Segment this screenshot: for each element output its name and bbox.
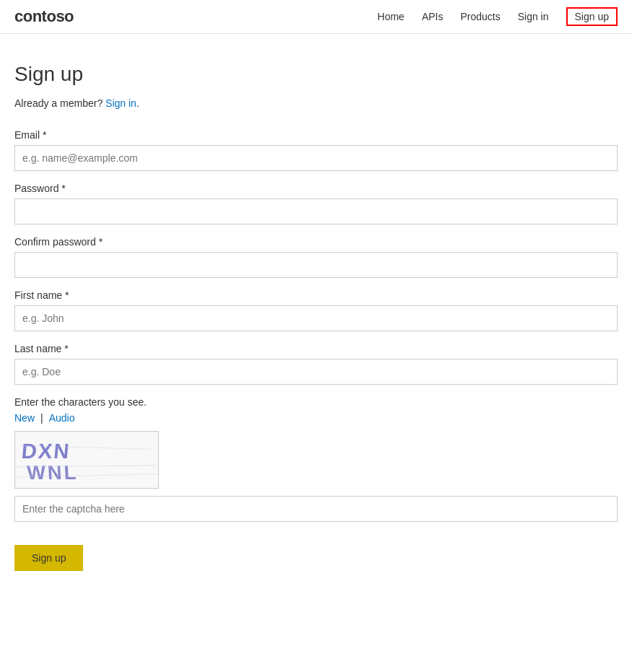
already-member-label: Already a member? (14, 97, 103, 109)
last-name-group: Last name * (14, 343, 618, 385)
confirm-password-group: Confirm password * (14, 236, 618, 278)
captcha-image: DXN WNL (14, 431, 159, 489)
signup-form: Email * Password * Confirm password * Fi… (14, 129, 618, 571)
nav-apis[interactable]: APIs (422, 11, 443, 22)
captcha-links: New | Audio (14, 412, 618, 424)
main-content: Sign up Already a member? Sign in. Email… (0, 34, 632, 600)
first-name-group: First name * (14, 289, 618, 331)
svg-text:WNL: WNL (26, 461, 79, 484)
captcha-input[interactable] (14, 496, 618, 522)
first-name-input[interactable] (14, 305, 618, 331)
last-name-label: Last name * (14, 343, 618, 354)
page-title: Sign up (14, 63, 618, 86)
password-group: Password * (14, 183, 618, 224)
captcha-audio-link[interactable]: Audio (49, 412, 75, 424)
logo: contoso (14, 7, 74, 26)
first-name-label: First name * (14, 289, 618, 301)
password-input[interactable] (14, 198, 618, 224)
signin-link[interactable]: Sign in (105, 97, 137, 109)
svg-text:DXN: DXN (20, 439, 71, 463)
email-input[interactable] (14, 145, 618, 171)
captcha-separator: | (40, 412, 43, 424)
last-name-input[interactable] (14, 359, 618, 385)
email-group: Email * (14, 129, 618, 171)
nav-home[interactable]: Home (378, 11, 404, 22)
signin-period: . (137, 97, 139, 109)
confirm-password-input[interactable] (14, 252, 618, 278)
password-label: Password * (14, 183, 618, 194)
already-member-text: Already a member? Sign in. (14, 97, 618, 109)
email-label: Email * (14, 129, 618, 141)
captcha-new-link[interactable]: New (14, 412, 35, 424)
nav-products[interactable]: Products (460, 11, 500, 22)
nav-signup[interactable]: Sign up (566, 7, 618, 26)
nav: Home APIs Products Sign in Sign up (378, 7, 618, 26)
signup-button[interactable]: Sign up (14, 545, 83, 571)
nav-signin[interactable]: Sign in (518, 11, 549, 22)
confirm-password-label: Confirm password * (14, 236, 618, 248)
captcha-section: Enter the characters you see. New | Audi… (14, 396, 618, 522)
header: contoso Home APIs Products Sign in Sign … (0, 0, 632, 34)
captcha-instruction: Enter the characters you see. (14, 396, 618, 408)
